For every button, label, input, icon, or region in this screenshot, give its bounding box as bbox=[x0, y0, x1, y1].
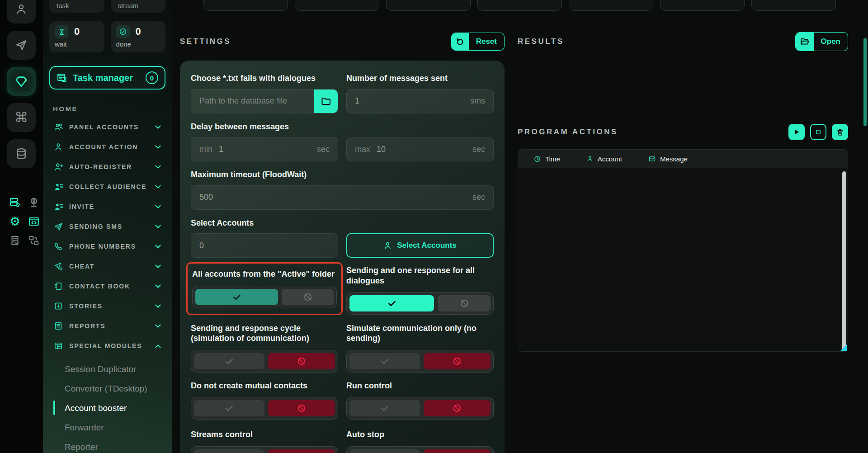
column-message[interactable]: Message bbox=[648, 155, 688, 163]
sidebar-item-phone-numbers[interactable]: PHONE NUMBERS bbox=[49, 236, 165, 256]
sidebar-item-special-modules[interactable]: SPECIAL MODULES bbox=[49, 336, 165, 356]
top-tab[interactable] bbox=[477, 0, 562, 11]
wait-label: wait bbox=[55, 40, 99, 48]
swap-icon[interactable] bbox=[28, 234, 40, 247]
play-button[interactable] bbox=[788, 124, 805, 140]
icon-rail: ⌘ ⚙ bbox=[0, 0, 43, 453]
document-check-icon[interactable] bbox=[9, 234, 21, 247]
toggle-check-option[interactable] bbox=[194, 449, 264, 453]
resize-handle[interactable] bbox=[840, 344, 847, 351]
task-manager-button[interactable]: Task manager 0 bbox=[49, 66, 165, 90]
command-rail-button[interactable]: ⌘ bbox=[7, 103, 36, 132]
trash-icon bbox=[836, 128, 844, 137]
submenu-item-forwarder[interactable]: Forwarder bbox=[65, 418, 165, 437]
sidebar-item-auto-register[interactable]: AUTO-REGISTER bbox=[49, 157, 165, 177]
check-circle-icon bbox=[116, 25, 130, 38]
open-button[interactable]: Open bbox=[795, 32, 848, 51]
toggle-check-option[interactable] bbox=[349, 400, 420, 416]
sidebar-item-invite[interactable]: INVITE bbox=[49, 197, 165, 217]
timeout-input[interactable]: 500 sec bbox=[191, 185, 494, 210]
main-area: SETTINGS Reset Choose *.txt fails with d… bbox=[172, 0, 868, 453]
toggle-block-option[interactable] bbox=[268, 353, 335, 369]
gem-rail-button[interactable] bbox=[7, 67, 36, 96]
stream-card[interactable]: stream bbox=[111, 0, 166, 13]
top-tab[interactable] bbox=[295, 0, 379, 11]
column-account[interactable]: Account bbox=[586, 155, 622, 163]
database-icon bbox=[15, 147, 28, 160]
sidebar-item-collect-audience[interactable]: COLLECT AUDIENCE bbox=[49, 177, 165, 197]
modules-icon bbox=[53, 341, 64, 350]
submenu-item-reporter[interactable]: Reporter bbox=[65, 437, 165, 453]
submenu-item-account-booster[interactable]: Account booster bbox=[65, 398, 165, 418]
toggle-check-option[interactable] bbox=[349, 353, 420, 369]
toggle-block-option[interactable] bbox=[424, 353, 491, 369]
sidebar: task stream 0 wait 0 done Task manager bbox=[43, 0, 172, 453]
sidebar-item-sending-sms[interactable]: SENDING SMS bbox=[49, 217, 165, 236]
delete-button[interactable] bbox=[832, 124, 848, 140]
gear-icon[interactable]: ⚙ bbox=[9, 215, 21, 228]
file-path-placeholder: Path to the database file bbox=[199, 96, 287, 106]
program-actions-table: Time Account Message bbox=[518, 149, 848, 352]
toggle-check-option[interactable] bbox=[349, 295, 434, 311]
toggle-block-option[interactable] bbox=[424, 449, 491, 453]
delay-max-prefix: max bbox=[355, 145, 370, 154]
delay-unit: sec bbox=[472, 145, 485, 154]
top-tab[interactable] bbox=[386, 0, 471, 11]
toggle-block-option[interactable] bbox=[268, 400, 335, 416]
simulate-only-toggle bbox=[346, 350, 494, 373]
sidebar-item-stories[interactable]: STORIES bbox=[49, 296, 165, 316]
reset-button[interactable]: Reset bbox=[451, 33, 505, 51]
select-accounts-button[interactable]: Select Accounts bbox=[346, 233, 494, 258]
toggle-check-option[interactable] bbox=[349, 449, 420, 453]
submenu-item-converter[interactable]: Converter (TDesktop) bbox=[65, 379, 165, 398]
one-response-toggle bbox=[346, 292, 494, 315]
file-path-input[interactable]: Path to the database file bbox=[191, 89, 338, 113]
toggle-block-option[interactable] bbox=[438, 295, 491, 311]
accounts-count-value: 0 bbox=[199, 241, 204, 250]
user-rail-button[interactable] bbox=[7, 0, 36, 24]
column-time[interactable]: Time bbox=[533, 155, 560, 163]
window-scrollbar[interactable] bbox=[863, 38, 867, 126]
chevron-down-icon bbox=[155, 302, 161, 308]
chevron-down-icon bbox=[155, 183, 161, 189]
top-tab[interactable] bbox=[203, 0, 288, 11]
browse-folder-button[interactable] bbox=[314, 90, 338, 113]
sidebar-item-contact-book[interactable]: CONTACT BOOK bbox=[49, 276, 165, 296]
sidebar-item-panel-accounts[interactable]: PANEL ACCOUNTS bbox=[49, 117, 165, 137]
task-manager-label: Task manager bbox=[73, 73, 133, 83]
accounts-count-input[interactable]: 0 bbox=[191, 233, 338, 258]
toggle-block-option[interactable] bbox=[282, 289, 334, 305]
top-tab[interactable] bbox=[660, 0, 745, 11]
send-rail-button[interactable] bbox=[7, 31, 36, 60]
toggle-label: Sending and response cycle (simulation o… bbox=[191, 323, 335, 344]
submenu-item-session-duplicator[interactable]: Session Duplicator bbox=[65, 359, 165, 379]
code-window-icon[interactable] bbox=[28, 215, 40, 228]
database-rail-button[interactable] bbox=[7, 139, 36, 168]
delay-max-value: 10 bbox=[377, 145, 386, 154]
sidebar-item-cheat[interactable]: CHEAT bbox=[49, 256, 165, 276]
toggle-block-option[interactable] bbox=[268, 449, 335, 453]
webcam-icon[interactable] bbox=[28, 196, 40, 209]
toggle-label: Do not create mutual contacts bbox=[191, 381, 338, 391]
table-scrollbar[interactable] bbox=[842, 171, 846, 350]
server-check-icon[interactable] bbox=[9, 196, 21, 209]
sidebar-item-account-action[interactable]: ACCOUNT ACTION bbox=[49, 137, 165, 157]
top-tab[interactable] bbox=[751, 0, 836, 11]
messages-count-input[interactable]: 1 sms bbox=[346, 89, 494, 113]
users-icon bbox=[53, 123, 64, 132]
done-count: 0 bbox=[136, 26, 141, 38]
top-tab[interactable] bbox=[569, 0, 653, 11]
toggle-label: Auto stop bbox=[346, 429, 494, 440]
stop-button[interactable] bbox=[810, 124, 826, 140]
delay-min-input[interactable]: min 1 sec bbox=[191, 137, 338, 161]
stop-icon bbox=[814, 128, 822, 136]
toggle-check-option[interactable] bbox=[194, 400, 264, 416]
toggle-check-option[interactable] bbox=[194, 353, 264, 369]
delay-unit: sec bbox=[317, 145, 330, 154]
toggle-block-option[interactable] bbox=[424, 400, 491, 416]
task-card[interactable]: task bbox=[49, 0, 104, 13]
delay-max-input[interactable]: max 10 sec bbox=[346, 137, 494, 161]
timeout-unit: sec bbox=[472, 193, 485, 202]
toggle-check-option[interactable] bbox=[195, 289, 278, 305]
sidebar-item-reports[interactable]: REPORTS bbox=[49, 316, 165, 336]
